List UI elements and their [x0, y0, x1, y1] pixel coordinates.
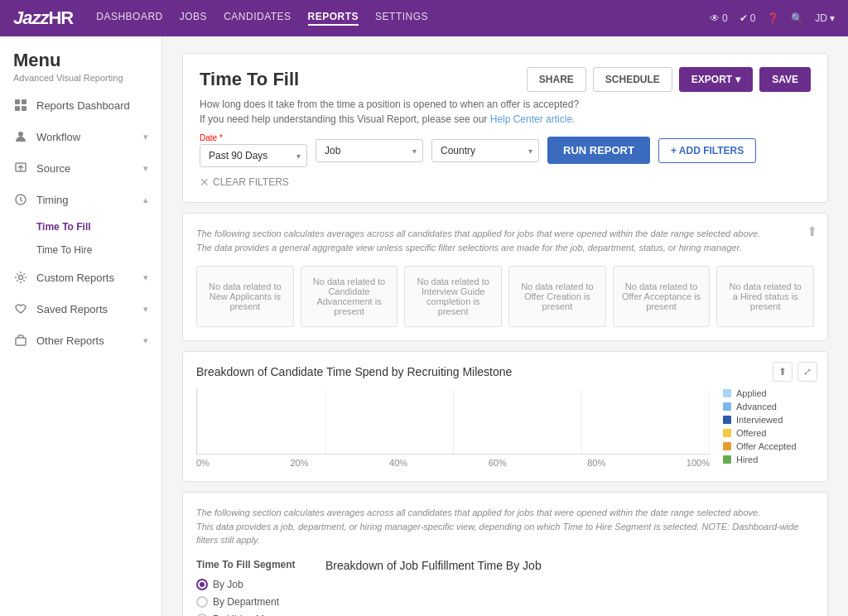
nav-right: 👁 0 ✔ 0 ❓ 🔍 JD ▾	[710, 12, 835, 24]
help-center-link[interactable]: Help Center article.	[490, 113, 576, 125]
milestone-card-3: No data related to Interview Guide compl…	[404, 266, 502, 327]
clock-icon	[13, 192, 28, 207]
bar-chart: 0% 20% 40% 60% 80% 100%	[196, 388, 710, 468]
date-select[interactable]: Past 90 Days Past 30 Days Past 7 Days Cu…	[200, 144, 307, 167]
grid-lines	[197, 388, 710, 454]
milestone-card-1: No data related to New Applicants is pre…	[196, 266, 294, 327]
sidebar-item-custom-reports[interactable]: Custom Reports ▾	[0, 262, 161, 293]
eye-button[interactable]: 👁 0	[710, 12, 728, 24]
svg-rect-3	[22, 106, 26, 111]
sidebar-item-other-reports[interactable]: Other Reports ▾	[0, 325, 161, 356]
radio-by-department[interactable]: By Department	[196, 596, 312, 608]
sidebar-item-timing[interactable]: Timing ▴	[0, 184, 161, 215]
chart-expand-icon[interactable]: ⤢	[797, 362, 817, 382]
radio-dot-by-hiring-manager	[196, 614, 208, 617]
job-select[interactable]: Job	[316, 139, 423, 162]
export-button[interactable]: EXPORT ▾	[679, 67, 753, 92]
svg-rect-8	[16, 338, 26, 345]
gear-icon	[13, 270, 28, 285]
chevron-down-icon-5: ▾	[143, 335, 148, 346]
grid-line-5	[709, 388, 710, 454]
bar-chart-labels: 0% 20% 40% 60% 80% 100%	[196, 458, 710, 468]
svg-point-7	[19, 276, 23, 280]
sidebar-sub-time-to-hire[interactable]: Time To Hire	[0, 238, 161, 262]
milestone-card-4: No data related to Offer Creation is pre…	[508, 266, 606, 327]
milestone-card-2: No data related to Candidate Advancement…	[301, 266, 398, 327]
country-select[interactable]: Country	[431, 139, 539, 162]
grid-line-1	[197, 388, 198, 454]
chart-share-icon[interactable]: ⬆	[773, 362, 793, 382]
milestone-card-5: No data related to Offer Acceptance is p…	[613, 266, 711, 327]
logo[interactable]: JazzHR	[13, 7, 73, 29]
grid-line-2	[325, 388, 326, 454]
bottom-section: Time To Fill Segment By Job By Departmen…	[196, 559, 814, 617]
grid-line-4	[581, 388, 582, 454]
svg-rect-1	[22, 99, 26, 104]
radio-dot-by-job	[196, 579, 208, 590]
save-button[interactable]: SAVE	[759, 67, 811, 92]
sidebar-item-reports-dashboard[interactable]: Reports Dashboard	[0, 89, 161, 121]
svg-rect-0	[15, 99, 20, 104]
sidebar-subtitle: Advanced Visual Reporting	[13, 73, 148, 83]
chevron-down-icon-4: ▾	[143, 304, 148, 315]
check-button[interactable]: ✔ 0	[740, 12, 756, 24]
search-button[interactable]: 🔍	[791, 12, 803, 24]
sidebar-header: Menu Advanced Visual Reporting	[0, 36, 161, 86]
export-icon	[13, 161, 28, 176]
sidebar-label-custom-reports: Custom Reports	[36, 272, 114, 284]
schedule-button[interactable]: SCHEDULE	[593, 67, 672, 92]
legend-offer-accepted: Offer Accepted	[723, 441, 814, 451]
grid-line-3	[453, 388, 454, 454]
sidebar-item-saved-reports[interactable]: Saved Reports ▾	[0, 293, 161, 325]
chart-body: 0% 20% 40% 60% 80% 100%	[196, 388, 710, 468]
help-button[interactable]: ❓	[767, 12, 779, 24]
sidebar-label-other-reports: Other Reports	[36, 334, 104, 347]
legend-dot-advanced	[723, 402, 731, 411]
fulfillment-chart-area: Breakdown of Job Fulfillment Time By Job	[325, 559, 814, 617]
chevron-down-icon: ▾	[143, 132, 148, 142]
nav-dashboard[interactable]: DASHBOARD	[96, 11, 163, 26]
legend-dot-hired	[723, 455, 731, 464]
chart-with-legend: 0% 20% 40% 60% 80% 100% Applied	[196, 388, 814, 468]
legend-dot-offered	[723, 429, 731, 437]
chevron-down-icon-export: ▾	[735, 74, 740, 85]
date-label: Date *	[200, 133, 307, 142]
top-nav: JazzHR DASHBOARD JOBS CANDIDATES REPORTS…	[0, 0, 848, 36]
bar-chart-area	[196, 388, 710, 455]
x-icon: ✕	[200, 176, 210, 189]
nav-candidates[interactable]: CANDIDATES	[224, 11, 291, 26]
section2-note: The following section calculates average…	[196, 506, 814, 547]
milestone-card-6: No data related to a Hired status is pre…	[716, 266, 814, 327]
sidebar-item-source[interactable]: Source ▾	[0, 152, 161, 184]
svg-rect-2	[15, 106, 20, 111]
clear-filters-button[interactable]: ✕ CLEAR FILTERS	[200, 176, 289, 189]
nav-settings[interactable]: SETTINGS	[375, 11, 428, 26]
radio-by-job[interactable]: By Job	[196, 579, 312, 590]
page-header: Time To Fill SHARE SCHEDULE EXPORT ▾ SAV…	[182, 53, 828, 203]
legend-advanced: Advanced	[723, 402, 814, 411]
user-menu[interactable]: JD ▾	[815, 12, 835, 24]
briefcase-icon	[13, 333, 28, 348]
share-button[interactable]: SHARE	[527, 67, 586, 92]
add-filters-button[interactable]: + ADD FILTERS	[658, 138, 756, 163]
sidebar: Menu Advanced Visual Reporting Reports D…	[0, 36, 162, 616]
sidebar-sub-time-to-fill[interactable]: Time To Fill	[0, 215, 161, 238]
nav-reports[interactable]: REPORTS	[308, 11, 359, 26]
sidebar-title: Menu	[13, 50, 148, 71]
sidebar-item-workflow[interactable]: Workflow ▾	[0, 121, 161, 152]
sidebar-section: Reports Dashboard Workflow ▾	[0, 86, 161, 359]
sidebar-label-saved-reports: Saved Reports	[36, 303, 108, 315]
nav-jobs[interactable]: JOBS	[180, 11, 207, 26]
fulfillment-title: Breakdown of Job Fulfillment Time By Job	[325, 559, 814, 572]
legend-hired: Hired	[723, 455, 814, 464]
radio-by-hiring-manager[interactable]: By Hiring Man...	[196, 614, 312, 617]
milestone-cards: No data related to New Applicants is pre…	[196, 266, 814, 327]
page-subtitle-1: How long does it take from the time a po…	[200, 99, 811, 110]
radio-dot-by-department	[196, 596, 208, 608]
chart-section: Breakdown of Candidate Time Spend by Rec…	[182, 351, 828, 482]
run-report-button[interactable]: RUN REPORT	[547, 137, 650, 164]
section-export-icon[interactable]: ⬆	[807, 224, 817, 239]
person-icon	[13, 129, 28, 144]
svg-point-4	[18, 132, 23, 137]
date-filter-group: Date * Past 90 Days Past 30 Days Past 7 …	[200, 133, 307, 167]
